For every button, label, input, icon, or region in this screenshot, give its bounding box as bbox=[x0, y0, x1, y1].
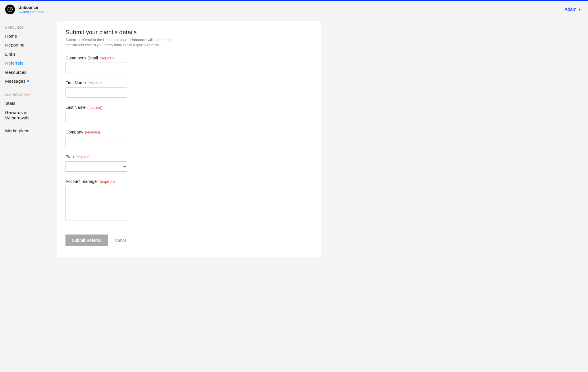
unread-dot-icon bbox=[27, 80, 29, 82]
sidebar-item-referrals[interactable]: Referrals bbox=[5, 59, 48, 67]
field-company: Company (required) bbox=[65, 130, 312, 147]
switch-program-link[interactable]: Switch Program bbox=[18, 10, 44, 14]
sidebar-item-label: Resources bbox=[5, 69, 26, 75]
required-tag: (required) bbox=[87, 106, 102, 110]
unbounce-logo bbox=[5, 5, 15, 14]
user-name: Adam bbox=[564, 7, 577, 12]
label-last-name: Last Name bbox=[65, 105, 86, 110]
unbounce-logo-icon bbox=[7, 7, 13, 12]
label-email: Customer's Email bbox=[65, 56, 98, 60]
email-input[interactable] bbox=[65, 63, 127, 73]
sidebar-item-label: Links bbox=[5, 51, 16, 57]
page-description: Submit a referral to the Unbounce team. … bbox=[65, 37, 180, 48]
sidebar-item-home[interactable]: Home bbox=[5, 32, 48, 40]
sidebar-item-label: Messages bbox=[5, 78, 26, 84]
field-email: Customer's Email (required) bbox=[65, 56, 312, 73]
required-tag: (required) bbox=[76, 155, 90, 159]
sidebar-item-messages[interactable]: Messages bbox=[5, 77, 48, 86]
sidebar-item-label: Home bbox=[5, 33, 17, 39]
sidebar-section-all-programs: ALL PROGRAMS bbox=[5, 93, 48, 96]
first-name-input[interactable] bbox=[65, 87, 127, 98]
page-title: Submit your client's details bbox=[65, 29, 312, 36]
header: Unbounce Switch Program Adam ▼ bbox=[0, 1, 588, 18]
sidebar-item-marketplace[interactable]: Marketplace bbox=[5, 126, 48, 135]
required-tag: (required) bbox=[100, 180, 115, 184]
sidebar-item-links[interactable]: Links bbox=[5, 50, 48, 59]
plan-select[interactable] bbox=[65, 161, 127, 172]
sidebar-item-label: Reporting bbox=[5, 42, 24, 48]
required-tag: (required) bbox=[88, 81, 102, 85]
label-account-manager: Account manager bbox=[65, 179, 98, 184]
caret-down-icon: ▼ bbox=[578, 8, 581, 11]
sidebar-item-stats[interactable]: Stats bbox=[5, 99, 48, 108]
sidebar-item-label: Marketplace bbox=[5, 128, 29, 133]
user-menu[interactable]: Adam ▼ bbox=[564, 7, 581, 12]
cancel-button[interactable]: Cancel bbox=[115, 238, 127, 243]
sidebar-item-label: Referrals bbox=[5, 60, 23, 66]
brand-name: Unbounce bbox=[18, 5, 44, 10]
sidebar: UNBOUNCE Home Reporting Links Referrals … bbox=[5, 18, 48, 135]
label-company: Company bbox=[65, 130, 83, 134]
sidebar-section-unbounce: UNBOUNCE bbox=[5, 26, 48, 29]
account-manager-textarea[interactable] bbox=[65, 186, 127, 220]
field-plan: Plan (required) bbox=[65, 154, 312, 172]
label-plan: Plan bbox=[65, 154, 74, 159]
sidebar-item-label: Rewards & Withdrawals bbox=[5, 110, 48, 121]
form-actions: Submit Referral Cancel bbox=[65, 235, 312, 246]
field-first-name: First Name (required) bbox=[65, 80, 312, 98]
field-last-name: Last Name (required) bbox=[65, 105, 312, 122]
label-first-name: First Name bbox=[65, 80, 86, 85]
sidebar-item-resources[interactable]: Resources bbox=[5, 68, 48, 77]
required-tag: (required) bbox=[100, 56, 115, 60]
company-input[interactable] bbox=[65, 137, 127, 147]
header-brand: Unbounce Switch Program bbox=[5, 5, 44, 14]
required-tag: (required) bbox=[85, 130, 100, 134]
sidebar-item-rewards-withdrawals[interactable]: Rewards & Withdrawals bbox=[5, 108, 48, 123]
sidebar-item-label: Stats bbox=[5, 100, 15, 106]
submit-referral-button[interactable]: Submit Referral bbox=[65, 235, 108, 246]
sidebar-item-reporting[interactable]: Reporting bbox=[5, 40, 48, 49]
last-name-input[interactable] bbox=[65, 112, 127, 122]
field-account-manager: Account manager (required) bbox=[65, 179, 312, 221]
main-card: Submit your client's details Submit a re… bbox=[57, 21, 321, 257]
